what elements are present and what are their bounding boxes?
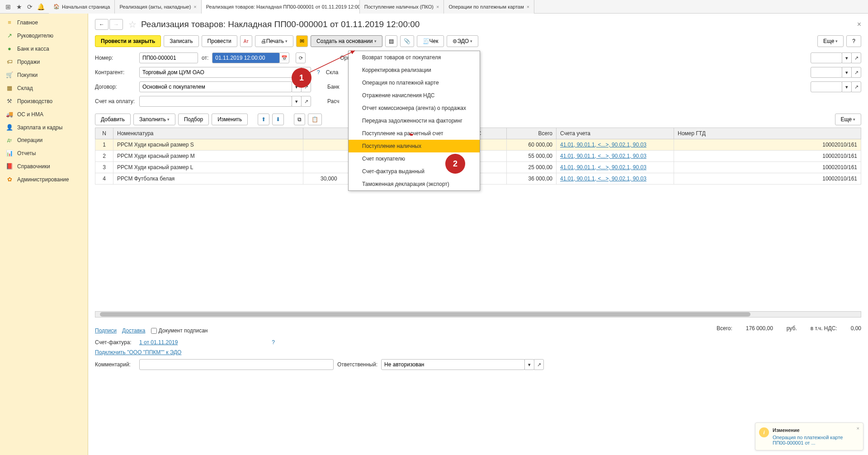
sidebar-item-purchases[interactable]: 🛒Покупки (0, 68, 88, 81)
col-name[interactable]: Номенклатура (113, 128, 303, 139)
tab-sales-list[interactable]: Реализация (акты, накладные)× (115, 0, 201, 14)
help-button[interactable]: ? (846, 35, 861, 47)
horizontal-scrollbar[interactable] (95, 311, 861, 318)
dropdown-icon[interactable]: ▾ (842, 52, 852, 63)
receipt-button[interactable]: 🧾 Чек (417, 35, 444, 47)
save-button[interactable]: Записать (164, 35, 198, 47)
tab-card-operations[interactable]: Операции по платежным картам× (444, 0, 534, 14)
dropdown-item[interactable]: Поступление на расчетный счет (349, 127, 480, 140)
dropdown-item[interactable]: Операция по платежной карте (349, 76, 480, 89)
close-icon[interactable]: × (857, 426, 859, 431)
dropdown-icon[interactable]: ▾ (842, 67, 852, 78)
signatures-link[interactable]: Подписи (95, 327, 117, 334)
edit-button[interactable]: Изменить (212, 114, 248, 125)
sidebar-item-operations[interactable]: ДтОперации (0, 134, 88, 147)
open-icon[interactable]: ↗ (301, 96, 311, 107)
counterparty-input[interactable] (139, 67, 302, 78)
bank-input[interactable] (811, 81, 842, 92)
open-icon[interactable]: ↗ (851, 52, 861, 63)
dropdown-item[interactable]: Корректировка реализации (349, 64, 480, 76)
dropdown-item[interactable]: Отражение начисления НДС (349, 89, 480, 102)
dropdown-item[interactable]: Таможенная декларация (экспорт) (349, 178, 480, 190)
delivery-link[interactable]: Доставка (122, 327, 146, 334)
close-icon[interactable]: × (527, 4, 529, 9)
close-icon[interactable]: × (193, 4, 196, 9)
paste-button[interactable]: 📋 (308, 114, 322, 125)
related-button[interactable]: ▤ (385, 35, 397, 47)
copy-button[interactable]: ⧉ (294, 114, 305, 125)
col-gtd[interactable]: Номер ГТД (674, 128, 861, 139)
create-based-button[interactable]: Создать на основании (311, 35, 382, 47)
dropdown-item[interactable]: Поступление наличных (349, 140, 480, 152)
post-and-close-button[interactable]: Провести и закрыть (95, 35, 161, 47)
favorite-icon[interactable]: ☆ (128, 19, 137, 30)
close-icon[interactable]: × (436, 4, 439, 9)
forward-button[interactable]: → (109, 19, 123, 30)
sidebar-item-reports[interactable]: 📊Отчеты (0, 147, 88, 160)
dropdown-item[interactable]: Передача задолженности на факторинг (349, 114, 480, 127)
tab-home[interactable]: 🏠Начальная страница (49, 0, 115, 14)
invoice-fact-link[interactable]: 1 от 01.11.2019 (139, 339, 178, 346)
table-more-button[interactable]: Еще (835, 114, 861, 125)
apps-icon[interactable]: ⊞ (4, 2, 13, 11)
responsible-input[interactable] (381, 359, 525, 370)
select-button[interactable]: Подбор (178, 114, 209, 125)
sidebar-item-warehouse[interactable]: ▦Склад (0, 81, 88, 95)
col-accounts[interactable]: Счета учета (557, 128, 674, 139)
fill-button[interactable]: Заполнить (133, 114, 175, 125)
dropdown-item[interactable]: Возврат товаров от покупателя (349, 51, 480, 64)
col-total[interactable]: Всего (507, 128, 557, 139)
dropdown-item[interactable]: Отчет комиссионера (агента) о продажах (349, 102, 480, 114)
sidebar-item-sales[interactable]: 🏷Продажи (0, 55, 88, 68)
close-icon[interactable]: × (857, 20, 861, 28)
accounts-link[interactable]: 41.01, 90.01.1, <...>, 90.02.1, 90.03 (560, 153, 646, 159)
sidebar-item-admin[interactable]: ✿Администрирование (0, 173, 88, 186)
help-icon[interactable]: ? (272, 339, 275, 346)
contract-input[interactable] (139, 81, 292, 92)
sidebar-item-bank[interactable]: ●Банк и касса (0, 42, 88, 55)
refresh-icon[interactable]: ⟳ (296, 52, 306, 63)
edo-button[interactable]: ⊜ ЭДО (447, 35, 478, 47)
move-down-button[interactable]: ⬇ (272, 114, 284, 125)
sidebar-item-main[interactable]: ≡Главное (0, 16, 88, 29)
org-input[interactable] (811, 52, 842, 63)
move-up-button[interactable]: ⬆ (258, 114, 269, 125)
attach-button[interactable]: 📎 (400, 35, 414, 47)
more-button[interactable]: Еще (817, 35, 844, 47)
notification-link[interactable]: Операция по платежной карте ПП00-000001 … (773, 435, 859, 446)
dropdown-icon[interactable]: ▾ (292, 96, 302, 107)
connect-edo-link[interactable]: Подключить "ООО "ППКМ"" к ЭДО (95, 349, 181, 355)
sidebar-item-catalogs[interactable]: 📕Справочники (0, 160, 88, 173)
dropdown-icon[interactable]: ▾ (524, 359, 534, 370)
favorites-icon[interactable]: ★ (14, 2, 24, 11)
col-n[interactable]: N (95, 128, 113, 139)
warehouse-input[interactable] (811, 67, 842, 78)
tab-sales-doc[interactable]: Реализация товаров: Накладная ПП00-00000… (202, 0, 360, 14)
sidebar-item-hr[interactable]: 👤Зарплата и кадры (0, 121, 88, 134)
sidebar-item-assets[interactable]: 🚚ОС и НМА (0, 108, 88, 121)
dt-kt-button[interactable]: Ат (240, 35, 252, 47)
tab-cash-receipt[interactable]: Поступление наличных (ПКО)× (360, 0, 444, 14)
back-button[interactable]: ← (95, 19, 108, 30)
accounts-link[interactable]: 41.01, 90.01.1, <...>, 90.02.1, 90.03 (560, 175, 646, 182)
help-icon[interactable]: ? (317, 69, 320, 76)
signed-checkbox[interactable] (151, 328, 157, 334)
email-button[interactable]: ✉ (296, 35, 308, 47)
notifications-icon[interactable]: 🔔 (36, 2, 45, 11)
dropdown-icon[interactable]: ▾ (842, 81, 852, 92)
history-icon[interactable]: ⟳ (25, 2, 34, 11)
print-button[interactable]: 🖨 Печать (255, 35, 293, 47)
comment-input[interactable] (139, 359, 334, 370)
post-button[interactable]: Провести (202, 35, 237, 47)
invoice-input[interactable] (139, 96, 292, 107)
accounts-link[interactable]: 41.01, 90.01.1, <...>, 90.02.1, 90.03 (560, 164, 646, 171)
accounts-link[interactable]: 41.01, 90.01.1, <...>, 90.02.1, 90.03 (560, 142, 646, 148)
date-input[interactable] (212, 52, 280, 63)
sidebar-item-manager[interactable]: ↗Руководителю (0, 29, 88, 42)
calendar-icon[interactable]: 📅 (279, 52, 289, 63)
number-input[interactable] (139, 52, 198, 63)
add-row-button[interactable]: Добавить (95, 114, 131, 125)
open-icon[interactable]: ↗ (851, 67, 861, 78)
sidebar-item-production[interactable]: ⚒Производство (0, 95, 88, 108)
open-icon[interactable]: ↗ (534, 359, 544, 370)
